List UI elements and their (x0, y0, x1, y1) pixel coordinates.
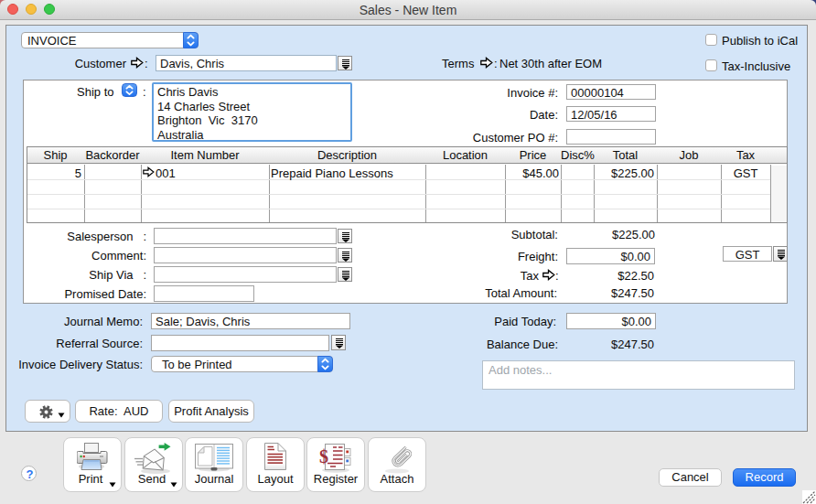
svg-text:$: $ (319, 446, 328, 466)
